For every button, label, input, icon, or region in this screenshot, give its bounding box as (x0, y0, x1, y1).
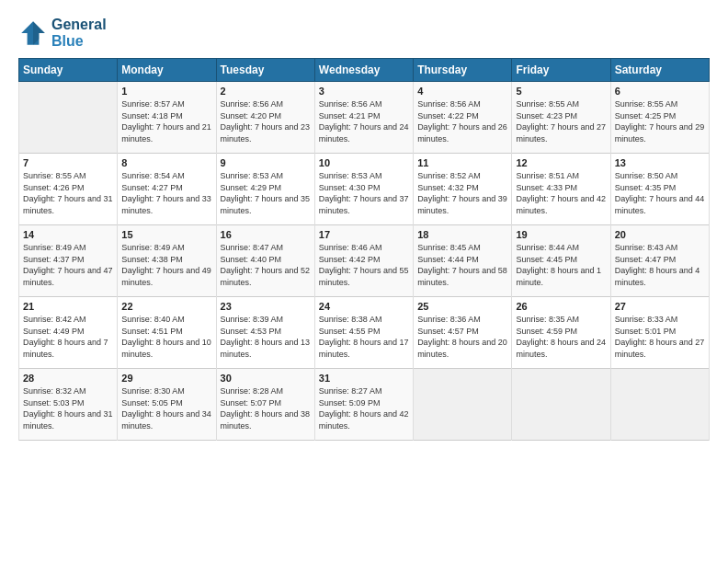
weekday-header-friday: Friday (512, 59, 610, 82)
day-number: 2 (221, 86, 311, 97)
cell-info: Sunrise: 8:54 AMSunset: 4:27 PMDaylight:… (121, 170, 211, 216)
day-number: 14 (23, 229, 113, 240)
calendar-cell: 15Sunrise: 8:49 AMSunset: 4:38 PMDayligh… (118, 225, 216, 297)
day-number: 28 (23, 373, 113, 384)
week-row-4: 28Sunrise: 8:32 AMSunset: 5:03 PMDayligh… (19, 369, 710, 441)
weekday-row: SundayMondayTuesdayWednesdayThursdayFrid… (19, 59, 710, 82)
cell-info: Sunrise: 8:51 AMSunset: 4:33 PMDaylight:… (516, 170, 606, 216)
cell-info: Sunrise: 8:43 AMSunset: 4:47 PMDaylight:… (615, 242, 705, 288)
day-number: 20 (615, 229, 705, 240)
weekday-header-wednesday: Wednesday (314, 59, 413, 82)
calendar-cell: 31Sunrise: 8:27 AMSunset: 5:09 PMDayligh… (314, 369, 413, 441)
day-number: 29 (121, 373, 211, 384)
cell-info: Sunrise: 8:55 AMSunset: 4:23 PMDaylight:… (516, 98, 606, 144)
page: General Blue SundayMondayTuesdayWednesda… (0, 0, 728, 563)
cell-info: Sunrise: 8:27 AMSunset: 5:09 PMDaylight:… (319, 385, 409, 431)
calendar-cell: 17Sunrise: 8:46 AMSunset: 4:42 PMDayligh… (314, 225, 413, 297)
day-number: 11 (417, 157, 507, 168)
day-number: 26 (516, 301, 606, 312)
calendar-cell (610, 369, 709, 441)
header: General Blue (18, 17, 710, 49)
cell-info: Sunrise: 8:56 AMSunset: 4:20 PMDaylight:… (221, 98, 311, 144)
cell-info: Sunrise: 8:56 AMSunset: 4:21 PMDaylight:… (319, 98, 409, 144)
day-number: 3 (319, 86, 409, 97)
calendar-cell: 6Sunrise: 8:55 AMSunset: 4:25 PMDaylight… (610, 82, 709, 154)
calendar-cell: 26Sunrise: 8:35 AMSunset: 4:59 PMDayligh… (512, 297, 610, 369)
calendar-cell: 30Sunrise: 8:28 AMSunset: 5:07 PMDayligh… (216, 369, 314, 441)
day-number: 30 (221, 373, 311, 384)
day-number: 10 (319, 157, 409, 168)
cell-info: Sunrise: 8:28 AMSunset: 5:07 PMDaylight:… (221, 385, 311, 431)
calendar-cell: 1Sunrise: 8:57 AMSunset: 4:18 PMDaylight… (118, 82, 216, 154)
calendar-cell: 13Sunrise: 8:50 AMSunset: 4:35 PMDayligh… (610, 154, 709, 225)
cell-info: Sunrise: 8:36 AMSunset: 4:57 PMDaylight:… (417, 314, 507, 360)
day-number: 7 (23, 157, 113, 168)
calendar-header: SundayMondayTuesdayWednesdayThursdayFrid… (19, 59, 710, 82)
cell-info: Sunrise: 8:52 AMSunset: 4:32 PMDaylight:… (417, 170, 507, 216)
calendar-cell: 9Sunrise: 8:53 AMSunset: 4:29 PMDaylight… (216, 154, 314, 225)
cell-info: Sunrise: 8:44 AMSunset: 4:45 PMDaylight:… (516, 242, 606, 288)
cell-info: Sunrise: 8:38 AMSunset: 4:55 PMDaylight:… (319, 314, 409, 360)
day-number: 5 (516, 86, 606, 97)
calendar-cell: 20Sunrise: 8:43 AMSunset: 4:47 PMDayligh… (610, 225, 709, 297)
day-number: 27 (615, 301, 705, 312)
logo: General Blue (18, 17, 107, 49)
cell-info: Sunrise: 8:42 AMSunset: 4:49 PMDaylight:… (23, 314, 113, 360)
weekday-header-sunday: Sunday (19, 59, 118, 82)
calendar-cell: 7Sunrise: 8:55 AMSunset: 4:26 PMDaylight… (19, 154, 118, 225)
week-row-0: 1Sunrise: 8:57 AMSunset: 4:18 PMDaylight… (19, 82, 710, 154)
day-number: 16 (221, 229, 311, 240)
cell-info: Sunrise: 8:32 AMSunset: 5:03 PMDaylight:… (23, 385, 113, 431)
calendar-cell: 25Sunrise: 8:36 AMSunset: 4:57 PMDayligh… (414, 297, 512, 369)
calendar-cell: 23Sunrise: 8:39 AMSunset: 4:53 PMDayligh… (216, 297, 314, 369)
calendar-cell: 8Sunrise: 8:54 AMSunset: 4:27 PMDaylight… (118, 154, 216, 225)
day-number: 1 (121, 86, 211, 97)
cell-info: Sunrise: 8:40 AMSunset: 4:51 PMDaylight:… (121, 314, 211, 360)
calendar-cell: 12Sunrise: 8:51 AMSunset: 4:33 PMDayligh… (512, 154, 610, 225)
cell-info: Sunrise: 8:47 AMSunset: 4:40 PMDaylight:… (221, 242, 311, 288)
day-number: 21 (23, 301, 113, 312)
calendar-cell: 22Sunrise: 8:40 AMSunset: 4:51 PMDayligh… (118, 297, 216, 369)
day-number: 15 (121, 229, 211, 240)
calendar-cell: 3Sunrise: 8:56 AMSunset: 4:21 PMDaylight… (314, 82, 413, 154)
calendar-cell: 5Sunrise: 8:55 AMSunset: 4:23 PMDaylight… (512, 82, 610, 154)
calendar-cell: 18Sunrise: 8:45 AMSunset: 4:44 PMDayligh… (414, 225, 512, 297)
calendar-cell: 28Sunrise: 8:32 AMSunset: 5:03 PMDayligh… (19, 369, 118, 441)
weekday-header-thursday: Thursday (414, 59, 512, 82)
calendar-cell: 2Sunrise: 8:56 AMSunset: 4:20 PMDaylight… (216, 82, 314, 154)
calendar-cell (19, 82, 118, 154)
day-number: 23 (221, 301, 311, 312)
day-number: 18 (417, 229, 507, 240)
cell-info: Sunrise: 8:49 AMSunset: 4:38 PMDaylight:… (121, 242, 211, 288)
calendar-table: SundayMondayTuesdayWednesdayThursdayFrid… (18, 58, 710, 441)
day-number: 12 (516, 157, 606, 168)
day-number: 8 (121, 157, 211, 168)
cell-info: Sunrise: 8:53 AMSunset: 4:30 PMDaylight:… (319, 170, 409, 216)
weekday-header-monday: Monday (118, 59, 216, 82)
day-number: 24 (319, 301, 409, 312)
day-number: 13 (615, 157, 705, 168)
day-number: 9 (221, 157, 311, 168)
weekday-header-tuesday: Tuesday (216, 59, 314, 82)
logo-text: General Blue (51, 17, 107, 49)
cell-info: Sunrise: 8:57 AMSunset: 4:18 PMDaylight:… (121, 98, 211, 144)
day-number: 22 (121, 301, 211, 312)
day-number: 4 (417, 86, 507, 97)
calendar-cell: 29Sunrise: 8:30 AMSunset: 5:05 PMDayligh… (118, 369, 216, 441)
cell-info: Sunrise: 8:39 AMSunset: 4:53 PMDaylight:… (221, 314, 311, 360)
cell-info: Sunrise: 8:56 AMSunset: 4:22 PMDaylight:… (417, 98, 507, 144)
calendar-cell: 24Sunrise: 8:38 AMSunset: 4:55 PMDayligh… (314, 297, 413, 369)
weekday-header-saturday: Saturday (610, 59, 709, 82)
calendar-cell: 21Sunrise: 8:42 AMSunset: 4:49 PMDayligh… (19, 297, 118, 369)
cell-info: Sunrise: 8:45 AMSunset: 4:44 PMDaylight:… (417, 242, 507, 288)
logo-icon (18, 18, 48, 48)
day-number: 19 (516, 229, 606, 240)
cell-info: Sunrise: 8:53 AMSunset: 4:29 PMDaylight:… (221, 170, 311, 216)
day-number: 31 (319, 373, 409, 384)
cell-info: Sunrise: 8:33 AMSunset: 5:01 PMDaylight:… (615, 314, 705, 360)
cell-info: Sunrise: 8:50 AMSunset: 4:35 PMDaylight:… (615, 170, 705, 216)
cell-info: Sunrise: 8:55 AMSunset: 4:26 PMDaylight:… (23, 170, 113, 216)
calendar-body: 1Sunrise: 8:57 AMSunset: 4:18 PMDaylight… (19, 82, 710, 441)
cell-info: Sunrise: 8:49 AMSunset: 4:37 PMDaylight:… (23, 242, 113, 288)
calendar-cell (414, 369, 512, 441)
